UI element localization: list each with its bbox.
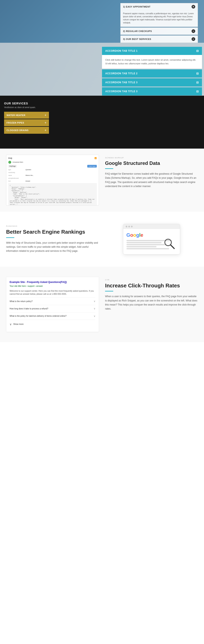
browser-dot-3	[131, 226, 133, 227]
accordion-toggle-2[interactable]: +	[191, 29, 195, 33]
service-toggle-2: +	[44, 121, 47, 124]
ctr-info: CTR Increase Click-Through Rates When a …	[105, 277, 198, 332]
rankings-text: With the help of Structured Data, your c…	[6, 241, 99, 253]
service-label-3: CLOGGED DRAINS	[7, 129, 29, 132]
chevron-down-icon-1: ∨	[94, 300, 95, 303]
rankings-title: Better Search Engine Rankings	[6, 229, 99, 235]
accordion-header-2[interactable]: 2) REGULAR CHECKUPS +	[121, 28, 198, 34]
teal-accordion-label-2: ACCORDION TAB TITLE 2	[105, 72, 138, 75]
chevron-down-icon-2: ∨	[94, 307, 95, 310]
chevron-down-icon-more: ∨	[10, 322, 12, 326]
faq-field-accepted-label: acceptedAnswer	[8, 177, 25, 179]
rankings-info: RANKINGS Better Search Engine Rankings W…	[6, 225, 99, 253]
rankings-section: RANKINGS Better Search Engine Rankings W…	[0, 212, 204, 267]
faq-screenshot: FAQ 📶 ✓ Unnamed Item FAQPage Code Input …	[6, 155, 99, 206]
faq-question-3-text: What is the policy for late/non-delivery…	[10, 314, 66, 318]
code-input-tab[interactable]: Code Input	[87, 165, 97, 168]
faq-field-mainentity-label: mainEntity	[8, 172, 25, 174]
faq-field-type-label: type	[8, 169, 25, 171]
schema-label: SCHEMA MARKUP	[105, 157, 198, 159]
ctr-title: Increase Click-Through Rates	[105, 282, 198, 289]
teal-accordion-header-4[interactable]: ACCORDION TAB TITLE 3 ⊟	[102, 87, 202, 96]
teal-accordion-header-2[interactable]: ACCORDION TAB TITLE 2 ⊟	[102, 70, 202, 78]
faq-question-1[interactable]: What is the return policy? ∨	[10, 298, 95, 305]
teal-accordion-item-1: ACCORDION TAB TITLE 1 ⊟ Click edit butto…	[102, 47, 202, 68]
service-toggle-1: +	[44, 113, 47, 117]
search-line-5	[127, 248, 169, 249]
chevron-down-icon-3: ∨	[94, 314, 95, 318]
teal-accordion-icon-1: ⊟	[196, 49, 199, 52]
accordion-label-1: 1) EASY APPOINTMENT	[123, 6, 151, 8]
faq-question-3[interactable]: What is the policy for late/non-delivery…	[10, 312, 95, 320]
accordion-header-3[interactable]: 3) OUR BEST SERVICES +	[121, 36, 198, 42]
schema-text: FAQ widget for Elementor comes loaded wi…	[105, 172, 198, 188]
faq-tabs: FAQPage Code Input	[8, 165, 97, 168]
schema-title: Google Structured Data	[105, 160, 198, 166]
rankings-label: RANKINGS	[6, 225, 99, 227]
magnifier-icon	[164, 238, 176, 250]
teal-accordion-item-2: ACCORDION TAB TITLE 2 ⊟	[102, 70, 202, 78]
accordion-item-1: 1) EASY APPOINTMENT ✕ Praesent sapien ma…	[120, 3, 198, 27]
teal-accordion-header-3[interactable]: ACCORDION TAB TITLE 3 ⊟	[102, 78, 202, 86]
faq-field-mainentity-value	[26, 172, 97, 174]
faq-field-name-label: name	[8, 174, 25, 176]
google-l: l	[139, 232, 141, 238]
svg-line-1	[171, 245, 174, 248]
faq-unnamed-item: Unnamed Item	[13, 161, 23, 163]
accordion-content-1: Praesent sapien massa, convallis a pelle…	[121, 10, 198, 27]
show-more-button[interactable]: ∨ Show more	[10, 320, 95, 328]
ctr-divider	[105, 291, 113, 292]
faq-field-type-value: Question	[26, 169, 97, 171]
service-item-3[interactable]: CLOGGED DRAINS +	[4, 127, 49, 134]
faq-snippet-description: Welcome to our support center. Here you …	[10, 290, 95, 296]
service-item-2[interactable]: FROZEN PIPES +	[4, 119, 49, 126]
google-g2: g	[136, 232, 139, 238]
faq-question-2[interactable]: How long does it take to process a refun…	[10, 305, 95, 312]
service-item-1[interactable]: WATER HEATER +	[4, 112, 49, 119]
faq-screenshot-container: FAQ 📶 ✓ Unnamed Item FAQPage Code Input …	[6, 155, 99, 206]
show-more-label: Show more	[13, 322, 24, 326]
accordion-label-3: 3) OUR BEST SERVICES	[123, 38, 151, 40]
google-logo: Google	[127, 232, 177, 238]
medical-accordion: 1) EASY APPOINTMENT ✕ Praesent sapien ma…	[120, 3, 198, 43]
faq-header-label: FAQ	[8, 157, 12, 160]
teal-accordion-icon-4: ⊟	[196, 90, 199, 93]
faq-question-2-text: How long does it take to process a refun…	[10, 307, 48, 310]
rankings-browser: Google	[105, 224, 198, 254]
service-toggle-3: +	[44, 128, 47, 132]
faq-field-accepted-value	[26, 177, 97, 179]
google-e: e	[141, 232, 143, 238]
accordion-toggle-1[interactable]: ✕	[191, 5, 195, 8]
search-line-2	[127, 242, 162, 243]
ctr-section: Example Site - Frequently Asked Question…	[0, 267, 204, 342]
faq-field-name-value: What is the...	[26, 174, 97, 176]
accordion-toggle-3[interactable]: +	[191, 37, 195, 41]
faq-snippet: Example Site - Frequently Asked Question…	[6, 277, 99, 332]
teal-accordion-container: ACCORDION TAB TITLE 1 ⊟ Click edit butto…	[102, 47, 202, 96]
faqpage-tab[interactable]: FAQPage	[8, 165, 17, 168]
teal-accordion-header-1[interactable]: ACCORDION TAB TITLE 1 ⊟	[102, 47, 202, 55]
browser-content: Google	[123, 229, 180, 254]
teal-accordion-item-4: ACCORDION TAB TITLE 3 ⊟	[102, 87, 202, 96]
teal-accordion-icon-2: ⊟	[196, 72, 199, 75]
service-label-1: WATER HEATER	[7, 114, 25, 116]
teal-accordion-label-4: ACCORDION TAB TITLE 3	[105, 90, 138, 93]
services-content: OUR SERVICES Vestibulum ac diam sit amet…	[0, 96, 53, 138]
ctr-text: When a user is looking for answers to th…	[105, 294, 198, 311]
accordion-item-2: 2) REGULAR CHECKUPS +	[120, 28, 198, 35]
ctr-label: CTR	[105, 279, 198, 281]
faq-form-fields: type Question mainEntity name What is th…	[8, 169, 97, 182]
faq-field-text-label: text	[8, 180, 25, 182]
services-section: OUR SERVICES Vestibulum ac diam sit amet…	[0, 96, 204, 148]
schema-divider	[105, 168, 113, 169]
google-o2: o	[133, 232, 136, 238]
faq-wifi-icon: 📶	[94, 157, 97, 160]
faq-code-block: { "@context": "https://schema.org/", "@t…	[8, 183, 97, 206]
search-line-3	[127, 244, 167, 245]
browser-dot-1	[126, 226, 127, 227]
browser-dot-2	[128, 226, 130, 227]
schema-section: FAQ 📶 ✓ Unnamed Item FAQPage Code Input …	[0, 148, 204, 212]
medical-section: 1) EASY APPOINTMENT ✕ Praesent sapien ma…	[0, 0, 204, 43]
faq-demo: Example Site - Frequently Asked Question…	[6, 277, 99, 332]
accordion-header-1[interactable]: 1) EASY APPOINTMENT ✕	[121, 3, 198, 10]
